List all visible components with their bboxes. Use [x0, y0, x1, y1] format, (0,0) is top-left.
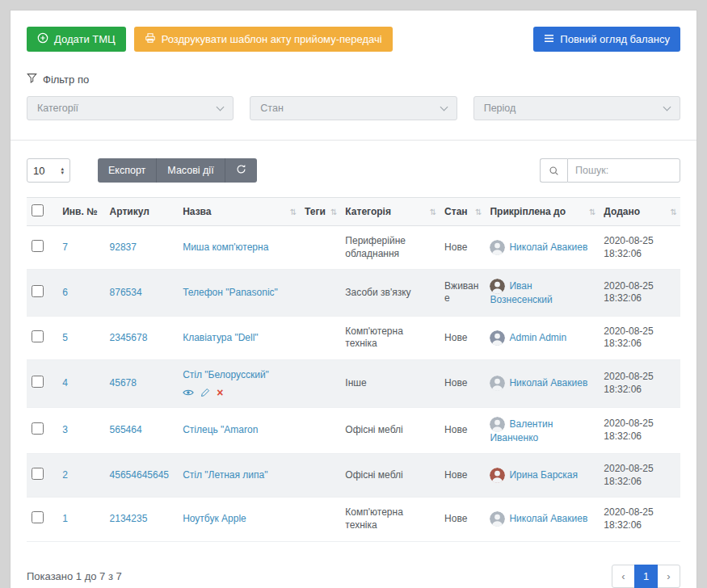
- export-label: Експорт: [108, 165, 145, 176]
- pagination-next-button[interactable]: ›: [657, 565, 680, 588]
- attached-user-link[interactable]: Николай Авакиев: [509, 513, 587, 524]
- name-cell: Миша комп'ютерна: [178, 226, 300, 270]
- category-cell: Периферійне обладнання: [340, 226, 440, 270]
- state-cell: Нове: [440, 407, 485, 454]
- sku-cell: 2345678: [105, 316, 179, 359]
- column-header-tags[interactable]: Теги⇅: [300, 198, 340, 226]
- column-header-state[interactable]: Стан⇅: [440, 198, 485, 226]
- attached-user-link[interactable]: Ирина Барская: [509, 469, 578, 481]
- sort-icon[interactable]: ⇅: [671, 208, 677, 216]
- name-cell: Ноутбук Apple: [178, 498, 300, 541]
- item-name-link[interactable]: Стіл "Летная липа": [183, 469, 267, 481]
- inventory-number-link[interactable]: 7: [62, 242, 68, 253]
- edit-pencil-icon[interactable]: [200, 388, 210, 397]
- state-cell: Нове: [440, 454, 485, 498]
- tags-cell: [300, 226, 340, 270]
- export-button[interactable]: Експорт: [98, 158, 157, 183]
- list-icon: [544, 33, 554, 45]
- sort-icon[interactable]: ⇅: [330, 208, 337, 216]
- inventory-number-link[interactable]: 4: [62, 377, 68, 388]
- column-header-name[interactable]: Назва⇅: [178, 198, 300, 226]
- pagination: ‹ 1 ›: [612, 565, 680, 588]
- avatar: [490, 511, 505, 527]
- column-label: Додано: [604, 206, 640, 217]
- search-input[interactable]: [567, 158, 680, 183]
- item-name-link[interactable]: Стілець "Amaron: [183, 424, 258, 435]
- item-name-link[interactable]: Клавіатура "Dell": [183, 332, 259, 343]
- sort-icon[interactable]: ⇅: [290, 208, 297, 216]
- sort-icon[interactable]: ⇅: [589, 208, 595, 216]
- view-icon[interactable]: [183, 387, 194, 398]
- state-filter-select[interactable]: Стан: [250, 96, 457, 120]
- add-tmc-button[interactable]: Додати ТМЦ: [27, 27, 126, 52]
- sort-icon[interactable]: ⇅: [475, 208, 482, 216]
- pagination-page-button[interactable]: 1: [634, 565, 658, 588]
- search-icon[interactable]: [540, 158, 567, 183]
- chevron-down-icon: [217, 103, 225, 111]
- printer-icon: [145, 32, 156, 46]
- added-cell: 2020-08-25 18:32:06: [599, 226, 680, 270]
- sku-link[interactable]: 565464: [110, 424, 142, 435]
- table-body: 792837Миша комп'ютернаПериферійне обладн…: [27, 226, 680, 542]
- row-checkbox[interactable]: [32, 285, 44, 297]
- state-cell: Нове: [440, 226, 485, 270]
- sku-link[interactable]: 45654645645: [110, 469, 169, 481]
- avatar: [490, 240, 505, 255]
- inventory-number-cell: 6: [57, 270, 104, 317]
- pagination-prev-button[interactable]: ‹: [612, 565, 635, 588]
- inventory-number-link[interactable]: 6: [62, 287, 68, 298]
- attached-user-link[interactable]: Николай Авакиев: [509, 377, 587, 388]
- state-filter-value: Стан: [260, 103, 283, 114]
- sku-link[interactable]: 876534: [110, 287, 142, 298]
- row-checkbox[interactable]: [32, 422, 44, 435]
- checkbox-cell: [27, 498, 57, 541]
- inventory-number-link[interactable]: 3: [62, 424, 68, 435]
- select-all-header: [27, 198, 57, 226]
- column-header-category[interactable]: Категорія⇅: [340, 198, 440, 226]
- item-name-link[interactable]: Стіл "Белорусский": [183, 369, 269, 380]
- period-filter-select[interactable]: Період: [473, 96, 680, 120]
- avatar: [490, 468, 505, 483]
- added-cell: 2020-08-25 18:32:06: [599, 270, 680, 317]
- item-name-link[interactable]: Ноутбук Apple: [183, 513, 246, 524]
- print-template-button[interactable]: Роздрукувати шаблон акту прийому-передач…: [134, 27, 393, 52]
- balance-overview-button[interactable]: Повний огляд балансу: [533, 27, 680, 52]
- inventory-number-cell: 4: [57, 359, 104, 407]
- search-group: [540, 158, 680, 183]
- inventory-number-link[interactable]: 2: [62, 469, 68, 481]
- refresh-button[interactable]: [225, 158, 257, 183]
- sku-link[interactable]: 45678: [110, 377, 137, 388]
- attached-user-link[interactable]: Admin Admin: [509, 332, 566, 343]
- added-cell: 2020-08-25 18:32:06: [599, 316, 680, 359]
- tags-cell: [300, 316, 340, 359]
- sku-link[interactable]: 92837: [110, 242, 137, 253]
- page-size-select[interactable]: 10 ▴▾: [27, 158, 70, 183]
- select-carets-icon: ▴▾: [61, 166, 64, 175]
- inventory-number-link[interactable]: 5: [62, 332, 68, 343]
- column-label: Теги: [305, 206, 326, 217]
- attached-user-link[interactable]: Николай Авакиев: [509, 242, 587, 253]
- item-name-link[interactable]: Телефон "Panasonic": [183, 287, 278, 298]
- added-cell: 2020-08-25 18:32:06: [599, 498, 680, 541]
- table-toolbar: 10 ▴▾ Експорт Масові дії: [27, 158, 680, 183]
- row-checkbox[interactable]: [32, 376, 44, 388]
- add-tmc-label: Додати ТМЦ: [54, 33, 116, 45]
- inventory-number-cell: 5: [57, 316, 104, 359]
- column-header-added[interactable]: Додано⇅: [599, 198, 680, 226]
- row-checkbox[interactable]: [32, 330, 44, 342]
- row-checkbox[interactable]: [32, 240, 44, 252]
- category-filter-select[interactable]: Категорії: [27, 96, 234, 120]
- inventory-number-link[interactable]: 1: [62, 513, 68, 524]
- sort-icon[interactable]: ⇅: [430, 208, 436, 216]
- sku-link[interactable]: 2134235: [110, 513, 148, 524]
- select-all-checkbox[interactable]: [32, 204, 44, 216]
- sku-cell: 565464: [105, 407, 179, 454]
- item-name-link[interactable]: Миша комп'ютерна: [183, 242, 268, 253]
- chevron-down-icon: [663, 103, 671, 111]
- row-checkbox[interactable]: [32, 511, 44, 523]
- row-checkbox[interactable]: [32, 468, 44, 480]
- column-header-attached[interactable]: Прикріплена до⇅: [485, 198, 599, 226]
- delete-icon[interactable]: ×: [217, 388, 223, 397]
- sku-link[interactable]: 2345678: [110, 332, 148, 343]
- bulk-actions-button[interactable]: Масові дії: [157, 158, 225, 183]
